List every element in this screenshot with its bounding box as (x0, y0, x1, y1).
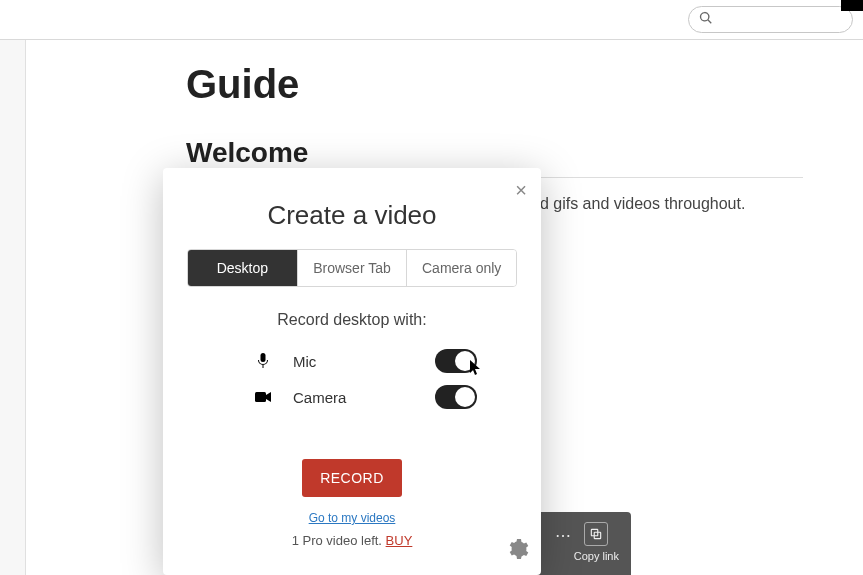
topbar (0, 0, 863, 40)
pro-status: 1 Pro video left. BUY (292, 533, 413, 548)
camera-icon (255, 391, 271, 403)
page-title: Guide (186, 62, 803, 107)
buy-link[interactable]: BUY (386, 533, 413, 548)
search-icon (699, 11, 713, 29)
svg-rect-3 (255, 392, 266, 402)
settings-button[interactable] (505, 537, 529, 565)
corner-block (841, 0, 863, 11)
tab-browser[interactable]: Browser Tab (297, 250, 407, 286)
option-camera: Camera (187, 379, 517, 415)
camera-label: Camera (293, 389, 346, 406)
svg-rect-2 (261, 353, 266, 362)
tab-desktop[interactable]: Desktop (188, 250, 297, 286)
tab-camera-only[interactable]: Camera only (406, 250, 516, 286)
more-icon[interactable]: ⋯ (555, 526, 573, 545)
create-video-modal: × Create a video Desktop Browser Tab Cam… (163, 168, 541, 575)
record-with-label: Record desktop with: (277, 311, 426, 329)
search-box[interactable] (688, 6, 853, 33)
copy-link-button[interactable]: Copy link (574, 522, 619, 562)
mic-icon (255, 353, 271, 369)
search-input[interactable] (719, 12, 839, 27)
close-icon[interactable]: × (515, 180, 527, 200)
copy-icon (584, 522, 608, 546)
option-mic: Mic (187, 343, 517, 379)
record-button[interactable]: RECORD (302, 459, 402, 497)
camera-toggle[interactable] (435, 385, 477, 409)
source-tabs: Desktop Browser Tab Camera only (187, 249, 517, 287)
modal-title: Create a video (267, 200, 436, 231)
mic-toggle[interactable] (435, 349, 477, 373)
mic-label: Mic (293, 353, 316, 370)
go-to-videos-link[interactable]: Go to my videos (309, 511, 396, 525)
copy-link-label: Copy link (574, 550, 619, 562)
